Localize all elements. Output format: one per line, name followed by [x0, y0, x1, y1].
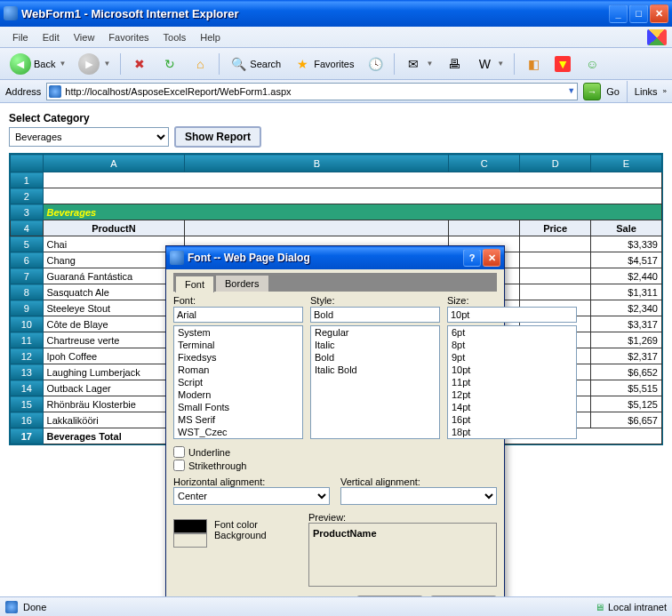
cell-sale[interactable]: $2,440 — [591, 268, 662, 284]
cell-sale[interactable]: $3,339 — [591, 236, 662, 252]
row-header[interactable]: 4 — [11, 220, 44, 236]
cell-sale[interactable]: $4,517 — [591, 252, 662, 268]
list-item[interactable]: Fixedsys — [174, 351, 302, 364]
list-item[interactable]: Roman — [174, 364, 302, 376]
menu-edit[interactable]: Edit — [36, 29, 67, 45]
cell-sale[interactable]: $5,515 — [591, 380, 662, 396]
row-header[interactable]: 3 — [11, 204, 44, 220]
header-productname[interactable]: ProductN — [43, 220, 185, 236]
row-header[interactable]: 16 — [11, 412, 44, 428]
row-header[interactable]: 6 — [11, 252, 44, 268]
list-item[interactable]: 12pt — [448, 388, 576, 401]
search-button[interactable]: 🔍Search — [225, 52, 285, 76]
style-input[interactable] — [310, 307, 440, 323]
menu-view[interactable]: View — [67, 29, 102, 45]
forward-button[interactable]: ► ▼ — [74, 51, 115, 77]
category-select[interactable]: Beverages — [9, 127, 169, 147]
col-header-b[interactable]: B — [185, 155, 449, 172]
ext1-button[interactable]: ◧ — [520, 52, 547, 76]
list-item[interactable]: System — [174, 326, 302, 339]
dialog-close-button[interactable]: ✕ — [483, 249, 500, 267]
list-item[interactable]: Terminal — [174, 339, 302, 351]
col-header-c[interactable]: C — [449, 155, 520, 172]
menu-help[interactable]: Help — [193, 29, 228, 45]
list-item[interactable]: 18pt — [448, 426, 576, 438]
cell-sale[interactable]: $6,657 — [591, 412, 662, 428]
list-item[interactable]: Italic Bold — [311, 364, 439, 376]
cell-name[interactable]: Ipoh Coffee — [43, 348, 185, 364]
section-cell[interactable]: Beverages — [43, 204, 661, 220]
list-item[interactable]: Regular — [311, 326, 439, 339]
list-item[interactable]: Bold — [311, 351, 439, 364]
col-header-a[interactable]: A — [43, 155, 185, 172]
cell-sale[interactable]: $3,317 — [591, 316, 662, 332]
list-item[interactable]: 11pt — [448, 376, 576, 388]
style-listbox[interactable]: RegularItalicBoldItalic Bold — [310, 325, 440, 439]
halign-select[interactable]: Center — [173, 487, 330, 505]
cell-name[interactable]: Chai — [43, 236, 185, 252]
row-header[interactable]: 10 — [11, 316, 44, 332]
close-button[interactable]: ✕ — [650, 4, 668, 23]
list-item[interactable]: Small Fonts — [174, 401, 302, 413]
mail-button[interactable]: ✉▼ — [400, 52, 437, 76]
cell-name[interactable]: Chang — [43, 252, 185, 268]
address-input[interactable] — [46, 83, 578, 100]
row-header[interactable]: 17 — [11, 428, 44, 444]
cell-name[interactable]: Rhönbräu Klosterbie — [43, 396, 185, 412]
row-header[interactable]: 5 — [11, 236, 44, 252]
size-listbox[interactable]: 6pt8pt9pt10pt11pt12pt14pt16pt18pt — [447, 325, 577, 439]
underline-checkbox[interactable]: Underline — [173, 446, 497, 458]
history-button[interactable]: 🕓 — [362, 52, 388, 76]
cell-name[interactable]: Outback Lager — [43, 380, 185, 396]
list-item[interactable]: 16pt — [448, 413, 576, 426]
links-label[interactable]: Links — [635, 86, 658, 97]
row-header[interactable]: 15 — [11, 396, 44, 412]
menu-tools[interactable]: Tools — [156, 29, 194, 45]
ext2-button[interactable]: ▼ — [550, 53, 575, 75]
messenger-button[interactable]: ☺ — [579, 52, 605, 76]
cell-name[interactable]: Côte de Blaye — [43, 316, 185, 332]
show-report-button[interactable]: Show Report — [174, 126, 261, 148]
list-item[interactable]: Italic — [311, 339, 439, 351]
header-price[interactable]: Price — [520, 220, 591, 236]
row-header[interactable]: 1 — [11, 172, 44, 188]
cell-sale[interactable]: $2,317 — [591, 348, 662, 364]
strikethrough-checkbox[interactable]: Strikethrough — [173, 460, 497, 471]
stop-button[interactable]: ✖ — [126, 52, 153, 76]
dialog-titlebar[interactable]: Font -- Web Page Dialog ? ✕ — [166, 246, 504, 269]
background-swatch[interactable] — [173, 533, 207, 548]
list-item[interactable]: Script — [174, 376, 302, 388]
cell-sale[interactable]: $1,311 — [591, 284, 662, 300]
row-header[interactable]: 13 — [11, 364, 44, 380]
header-sale[interactable]: Sale — [591, 220, 662, 236]
chevron-down-icon[interactable]: ▼ — [567, 86, 575, 95]
font-color-swatch[interactable] — [173, 519, 207, 533]
list-item[interactable]: 6pt — [448, 326, 576, 339]
maximize-button[interactable]: □ — [629, 4, 648, 23]
cell-sale[interactable]: $6,652 — [591, 364, 662, 380]
size-input[interactable] — [447, 307, 577, 323]
total-cell[interactable]: Beverages Total — [43, 428, 185, 444]
list-item[interactable]: 8pt — [448, 339, 576, 351]
cell-name[interactable]: Laughing Lumberjack — [43, 364, 185, 380]
help-button[interactable]: ? — [463, 249, 481, 267]
row-header[interactable]: 11 — [11, 332, 44, 348]
col-header-d[interactable]: D — [520, 155, 591, 172]
row-header[interactable]: 7 — [11, 268, 44, 284]
cell-sale[interactable]: $1,269 — [591, 332, 662, 348]
cell-name[interactable]: Chartreuse verte — [43, 332, 185, 348]
edit-button[interactable]: W▼ — [471, 52, 508, 76]
font-input[interactable] — [173, 307, 303, 323]
row-header[interactable]: 14 — [11, 380, 44, 396]
cell-name[interactable]: Guaraná Fantástica — [43, 268, 185, 284]
refresh-button[interactable]: ↻ — [156, 52, 183, 76]
menu-file[interactable]: File — [5, 29, 36, 45]
menu-favorites[interactable]: Favorites — [101, 29, 156, 45]
list-item[interactable]: 9pt — [448, 351, 576, 364]
chevron-right-icon[interactable]: » — [663, 87, 667, 95]
go-button[interactable]: → — [583, 83, 601, 100]
minimize-button[interactable]: _ — [609, 4, 628, 23]
corner-cell[interactable] — [11, 155, 44, 172]
font-listbox[interactable]: SystemTerminalFixedsysRomanScriptModernS… — [173, 325, 303, 439]
list-item[interactable]: 10pt — [448, 364, 576, 376]
